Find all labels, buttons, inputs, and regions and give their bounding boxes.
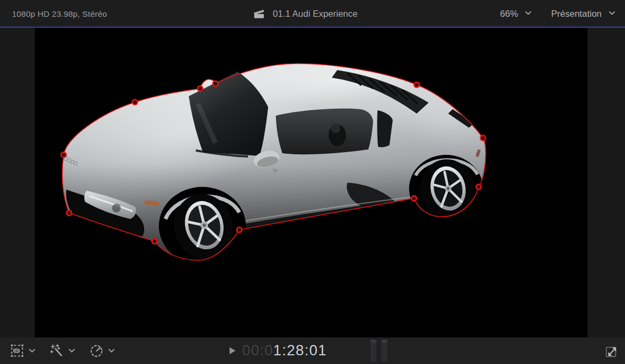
- mask-control-point[interactable]: [237, 227, 242, 232]
- clip-title-group: 01.1 Audi Experience: [252, 8, 358, 18]
- viewer-bottom-bar: 00:01:28:01: [0, 337, 625, 364]
- clip-title: 01.1 Audi Experience: [273, 8, 358, 18]
- timecode-display[interactable]: 00:01:28:01: [242, 342, 327, 359]
- chevron-down-icon: [525, 11, 531, 16]
- top-bar-menus: 66% Présentation: [500, 8, 615, 18]
- speedometer-icon: [89, 343, 104, 358]
- transport-controls: 00:01:28:01: [229, 337, 327, 364]
- expand-icon: [604, 343, 619, 359]
- mask-control-point[interactable]: [213, 81, 218, 86]
- chevron-down-icon: [609, 11, 615, 16]
- chevron-down-icon: [69, 349, 75, 353]
- mask-control-point[interactable]: [61, 152, 66, 157]
- play-icon: [229, 347, 236, 355]
- chevron-down-icon: [108, 349, 115, 353]
- viewer-tool-menus: [10, 337, 115, 364]
- clapperboard-icon: [252, 8, 265, 18]
- video-frame: [35, 28, 587, 337]
- timecode-hours: 00:0: [242, 342, 273, 359]
- mask-control-point[interactable]: [132, 99, 137, 104]
- chevron-down-icon: [29, 349, 35, 353]
- view-menu-label: Présentation: [551, 8, 602, 18]
- magic-wand-icon: [49, 343, 64, 358]
- transform-crop-icon: [10, 343, 24, 358]
- clip-format-label: 1080p HD 23.98p, Stéréo: [12, 9, 107, 18]
- zoom-level-menu[interactable]: 66%: [500, 8, 531, 18]
- viewer-top-bar: 1080p HD 23.98p, Stéréo 01.1 Audi Experi…: [0, 0, 625, 28]
- viewer-area: [0, 28, 625, 337]
- mask-control-point[interactable]: [414, 82, 419, 87]
- view-menu[interactable]: Présentation: [551, 8, 615, 18]
- audio-meter-left: [370, 340, 376, 362]
- mask-control-point[interactable]: [411, 196, 416, 200]
- timecode-current: 1:28:01: [273, 342, 326, 359]
- mask-control-point[interactable]: [476, 184, 481, 189]
- mask-control-point[interactable]: [480, 135, 485, 140]
- mask-control-point[interactable]: [152, 239, 157, 243]
- expand-viewer-button[interactable]: [604, 343, 619, 359]
- audio-meters-button[interactable]: [370, 340, 387, 362]
- mask-control-point[interactable]: [197, 86, 202, 91]
- mask-control-point[interactable]: [66, 210, 71, 215]
- audio-meter-right: [381, 340, 387, 362]
- video-canvas[interactable]: [35, 28, 587, 337]
- retime-menu-button[interactable]: [89, 343, 115, 358]
- play-button[interactable]: [229, 347, 236, 355]
- enhancements-menu-button[interactable]: [49, 343, 75, 358]
- zoom-level-value: 66%: [500, 8, 518, 18]
- transform-menu-button[interactable]: [10, 343, 35, 358]
